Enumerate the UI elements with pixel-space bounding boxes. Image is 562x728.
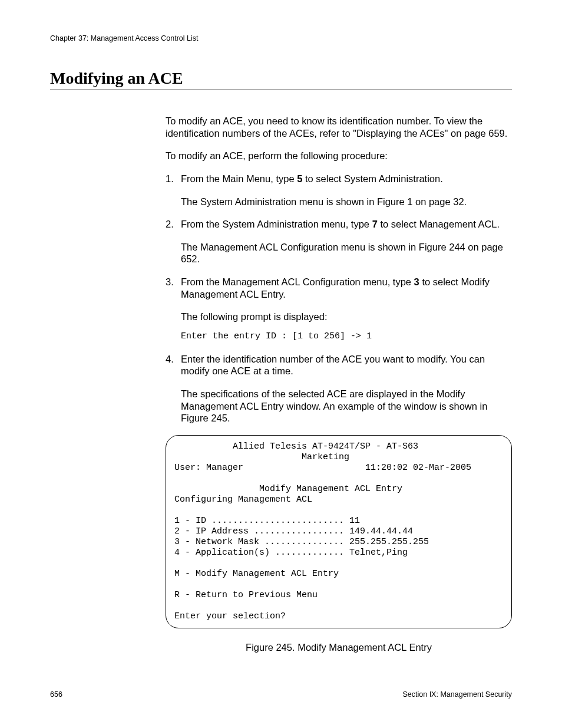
step-bold: 7 [372, 219, 378, 229]
step-sub: The System Administration menu is shown … [181, 196, 512, 208]
step-text: From the Management ACL Configuration me… [181, 276, 414, 287]
step-text: From the System Administration menu, typ… [181, 219, 372, 229]
step-mono: Enter the entry ID : [1 to 256] -> 1 [181, 331, 512, 342]
figure-caption: Figure 245. Modify Management ACL Entry [166, 641, 512, 654]
terminal-window: Allied Telesis AT-9424T/SP - AT-S63 Mark… [166, 435, 512, 628]
step-sub: The following prompt is displayed: [181, 311, 512, 323]
content-body: To modify an ACE, you need to know its i… [166, 115, 512, 653]
step-text-after: to select Management ACL. [378, 219, 500, 229]
step-text: Enter the identification number of the A… [181, 354, 485, 377]
step-1: From the Main Menu, type 5 to select Sys… [166, 173, 512, 207]
section-label: Section IX: Management Security [402, 690, 512, 699]
step-2: From the System Administration menu, typ… [166, 218, 512, 265]
step-4: Enter the identification number of the A… [166, 353, 512, 424]
step-bold: 5 [297, 173, 302, 184]
step-sub: The Management ACL Configuration menu is… [181, 241, 512, 265]
section-title: Modifying an ACE [50, 69, 512, 90]
page-number: 656 [50, 690, 62, 699]
chapter-header: Chapter 37: Management Access Control Li… [50, 34, 512, 42]
step-text-after: to select System Administration. [302, 173, 442, 184]
step-bold: 3 [414, 276, 419, 287]
intro-paragraph: To modify an ACE, you need to know its i… [166, 115, 512, 139]
procedure-intro: To modify an ACE, perform the following … [166, 150, 512, 162]
page-footer: 656 Section IX: Management Security [50, 690, 512, 699]
step-sub: The specifications of the selected ACE a… [181, 388, 512, 424]
procedure-steps: From the Main Menu, type 5 to select Sys… [166, 173, 512, 424]
step-3: From the Management ACL Configuration me… [166, 276, 512, 342]
step-text: From the Main Menu, type [181, 173, 297, 184]
